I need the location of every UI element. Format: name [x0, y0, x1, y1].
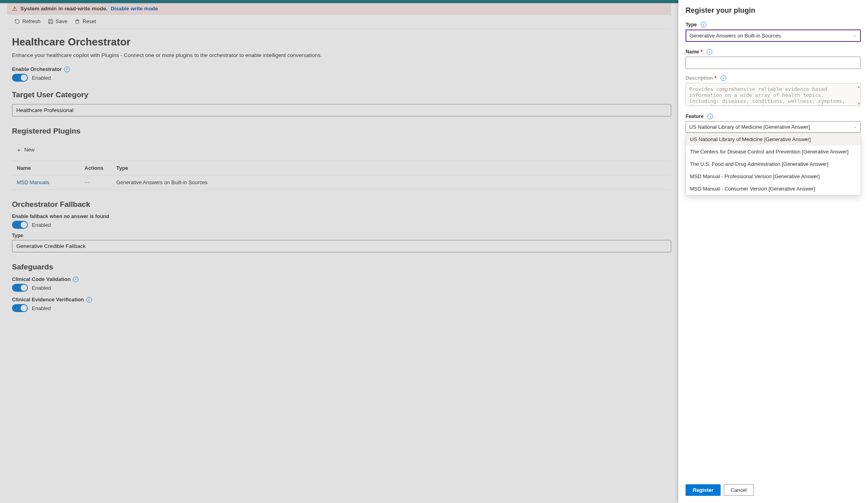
scroll-down-icon: ▾ [858, 102, 860, 106]
panel-type-select[interactable]: Generative Answers on Built-in Sources [686, 29, 861, 42]
info-icon[interactable]: i [707, 114, 713, 119]
panel-desc-label: Description [686, 75, 713, 81]
panel-name-label: Name [686, 49, 699, 55]
info-icon[interactable]: i [707, 49, 712, 55]
register-plugin-panel: Register your plugin Type i Generative A… [678, 0, 868, 503]
panel-type-label: Type [686, 22, 697, 28]
app-root: ⚠ System admin in read-write mode. Disab… [0, 0, 868, 503]
textarea-scrollbar[interactable]: ▴ [858, 84, 860, 88]
feature-dropdown-menu: US National Library of Medicine [Generat… [686, 133, 861, 195]
info-icon[interactable]: i [701, 22, 706, 28]
panel-type-value: Generative Answers on Built-in Sources [690, 33, 781, 39]
chevron-down-icon [853, 125, 857, 129]
panel-title: Register your plugin [686, 6, 861, 15]
feature-option[interactable]: The U.S. Food and Drug Administration [G… [686, 158, 860, 170]
cancel-button[interactable]: Cancel [724, 484, 753, 496]
scroll-up-icon: ▴ [858, 84, 860, 88]
panel-name-input[interactable] [686, 57, 861, 69]
modal-overlay[interactable] [0, 0, 678, 503]
feature-option[interactable]: US National Library of Medicine [Generat… [686, 133, 860, 145]
feature-option[interactable]: MSD Manual - Professional Version [Gener… [686, 170, 860, 183]
panel-feature-select[interactable]: US National Library of Medicine [Generat… [686, 121, 861, 133]
panel-feature-label: Feature [686, 114, 703, 119]
feature-option[interactable]: The Centers for Disease Control and Prev… [686, 145, 860, 158]
chevron-down-icon [853, 34, 857, 38]
register-button[interactable]: Register [686, 484, 721, 496]
info-icon[interactable]: i [721, 75, 726, 81]
panel-desc-textarea[interactable]: Provides comprehensive reliable evidence… [686, 83, 861, 106]
feature-option[interactable]: MSD Manual - Consumer Version [Generativ… [686, 183, 860, 195]
panel-feature-value: US National Library of Medicine [Generat… [689, 124, 810, 130]
main-area: ⚠ System admin in read-write mode. Disab… [0, 0, 678, 503]
panel-footer: Register Cancel [678, 480, 868, 503]
